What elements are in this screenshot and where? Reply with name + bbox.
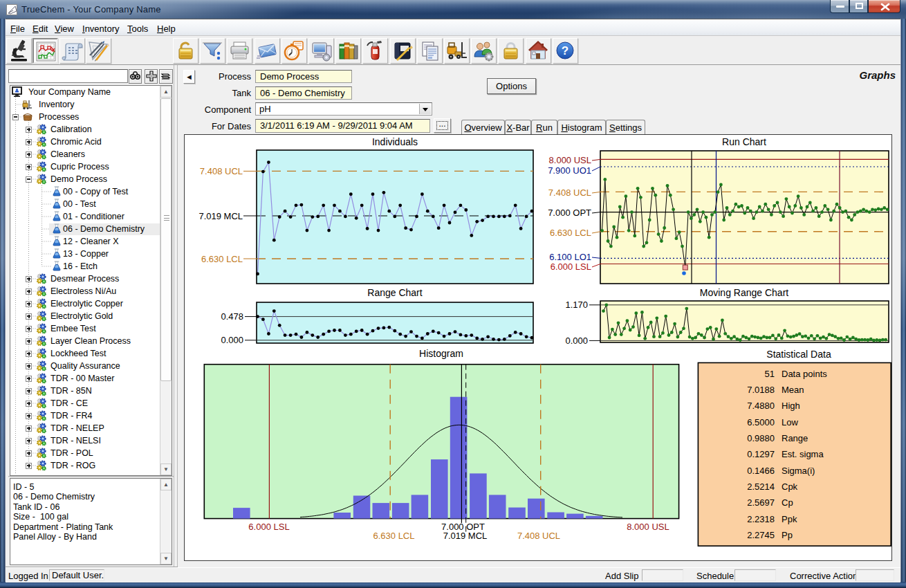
- svg-text:Low: Low: [782, 417, 798, 428]
- svg-text:Range Chart: Range Chart: [367, 287, 422, 298]
- svg-text:7.408 UCL: 7.408 UCL: [517, 531, 560, 541]
- svg-text:Ppk: Ppk: [782, 514, 797, 524]
- svg-text:2.2745: 2.2745: [747, 530, 775, 540]
- svg-text:6.630 LCL: 6.630 LCL: [373, 531, 415, 541]
- svg-text:2.5697: 2.5697: [747, 497, 775, 508]
- svg-text:7.019 MCL: 7.019 MCL: [198, 211, 243, 221]
- svg-text:7.4880: 7.4880: [747, 401, 775, 411]
- svg-text:Est. sigma: Est. sigma: [782, 449, 824, 459]
- svg-text:6.630 LCL: 6.630 LCL: [201, 254, 243, 264]
- svg-text:Cpk: Cpk: [782, 481, 798, 492]
- svg-text:0.1297: 0.1297: [747, 449, 775, 459]
- svg-text:Histogram: Histogram: [419, 348, 463, 359]
- svg-text:0.1466: 0.1466: [747, 466, 775, 476]
- svg-text:1.170: 1.170: [565, 300, 588, 310]
- svg-text:8.000 USL: 8.000 USL: [549, 155, 591, 165]
- svg-text:Mean: Mean: [782, 385, 804, 395]
- svg-text:6.630 LCL: 6.630 LCL: [550, 228, 591, 238]
- svg-text:0.9880: 0.9880: [747, 433, 775, 443]
- svg-text:Data points: Data points: [782, 369, 827, 379]
- svg-text:6.100 LO1: 6.100 LO1: [549, 252, 591, 262]
- svg-text:6.000 LSL: 6.000 LSL: [248, 522, 289, 532]
- svg-text:Run Chart: Run Chart: [722, 136, 766, 147]
- svg-text:Range: Range: [782, 433, 808, 443]
- svg-text:Moving Range Chart: Moving Range Chart: [700, 287, 789, 298]
- svg-text:Sigma(i): Sigma(i): [782, 466, 815, 476]
- svg-text:0.478: 0.478: [221, 311, 243, 322]
- svg-text:7.019 MCL: 7.019 MCL: [443, 531, 488, 541]
- svg-text:0.000: 0.000: [565, 336, 588, 346]
- svg-text:6.5000: 6.5000: [747, 417, 775, 428]
- svg-text:High: High: [782, 401, 800, 411]
- svg-text:7.000 OPT: 7.000 OPT: [548, 208, 591, 218]
- svg-text:8.000 USL: 8.000 USL: [627, 522, 669, 532]
- svg-text:51: 51: [765, 369, 775, 379]
- svg-text:7.900 UO1: 7.900 UO1: [548, 165, 591, 176]
- svg-text:7.408 UCL: 7.408 UCL: [200, 166, 243, 176]
- svg-text:Pp: Pp: [782, 530, 793, 540]
- svg-text:Statistical Data: Statistical Data: [766, 349, 831, 360]
- svg-text:Individuals: Individuals: [372, 136, 418, 147]
- svg-text:?: ?: [562, 44, 568, 57]
- svg-text:2.2318: 2.2318: [747, 514, 775, 524]
- svg-text:0.000: 0.000: [221, 335, 243, 345]
- svg-text:Cp: Cp: [782, 497, 793, 508]
- svg-text:7.408 UCL: 7.408 UCL: [548, 187, 591, 198]
- svg-text:6.000 LSL: 6.000 LSL: [551, 261, 591, 272]
- svg-text:2.5214: 2.5214: [747, 481, 775, 492]
- svg-text:7.0188: 7.0188: [747, 385, 775, 395]
